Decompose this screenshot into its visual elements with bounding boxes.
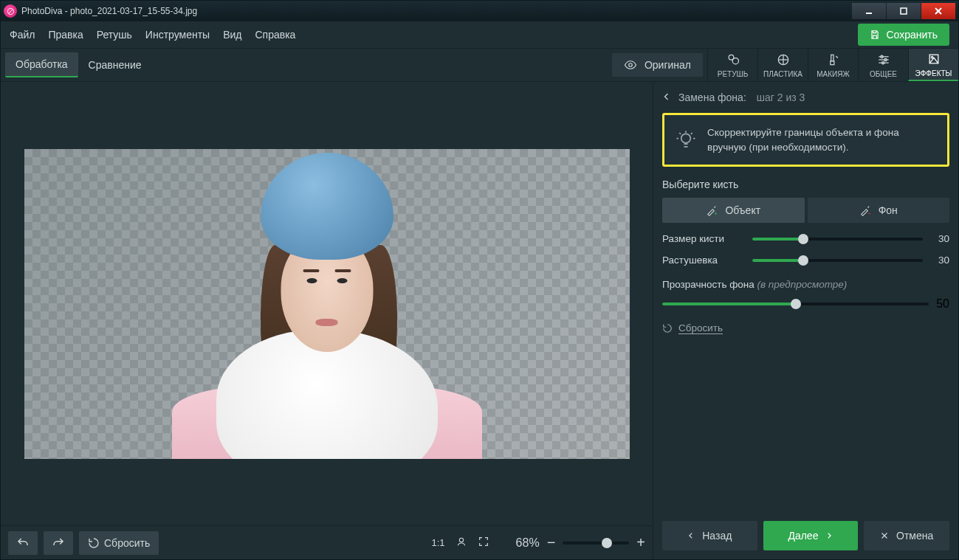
cancel-button[interactable]: Отмена: [864, 521, 949, 550]
brush-background-button[interactable]: − Фон: [808, 198, 950, 223]
feather-slider[interactable]: Растушевка 30: [662, 255, 949, 266]
canvas-area[interactable]: [1, 82, 653, 525]
brush-remove-icon: −: [859, 204, 871, 216]
zoom-out-button[interactable]: −: [547, 534, 556, 551]
tool-tab-effects[interactable]: ЭФФЕКТЫ: [908, 49, 958, 81]
opacity-slider[interactable]: 50: [662, 297, 949, 311]
brush-add-icon: +: [706, 204, 718, 216]
zoom-value: 68%: [516, 536, 540, 550]
reset-button[interactable]: Сбросить: [79, 531, 159, 555]
scale-label[interactable]: 1:1: [432, 537, 445, 548]
sliders-icon: [876, 52, 891, 67]
side-panel: Замена фона:шаг 2 из 3 Скорректируйте гр…: [653, 82, 958, 559]
fit-screen-icon[interactable]: [478, 536, 489, 550]
status-bar: Сбросить 1:1 68% − +: [1, 525, 653, 559]
window-title: PhotoDiva - photo_2021-03-17_15-55-34.jp…: [21, 6, 851, 16]
tool-tab-makeup[interactable]: МАКИЯЖ: [808, 49, 858, 81]
chevron-left-icon: [687, 531, 695, 540]
svg-point-8: [732, 58, 738, 63]
redo-button[interactable]: [44, 531, 73, 555]
reset-icon: [662, 323, 673, 333]
brush-size-slider[interactable]: Размер кисти 30: [662, 233, 949, 244]
app-logo-icon: [4, 4, 17, 18]
breadcrumb: Замена фона:шаг 2 из 3: [662, 82, 949, 113]
photo-preview: [24, 149, 630, 459]
tab-compare[interactable]: Сравнение: [78, 53, 152, 77]
effects-icon: [927, 52, 941, 66]
face-detect-icon[interactable]: [456, 536, 467, 550]
reset-icon: [88, 537, 100, 549]
menu-bar: Файл Правка Ретушь Инструменты Вид Справ…: [1, 21, 958, 48]
svg-rect-12: [831, 55, 833, 61]
svg-point-6: [629, 63, 633, 67]
svg-rect-13: [830, 61, 833, 64]
save-button[interactable]: Сохранить: [858, 24, 949, 46]
menu-tools[interactable]: Инструменты: [145, 29, 210, 41]
svg-rect-3: [901, 8, 907, 14]
undo-button[interactable]: [8, 531, 38, 555]
svg-point-22: [459, 538, 463, 542]
brush-object-button[interactable]: + Объект: [662, 198, 805, 223]
menu-edit[interactable]: Правка: [48, 29, 83, 41]
svg-text:−: −: [867, 210, 870, 216]
tool-tab-retouch[interactable]: РЕТУШЬ: [707, 49, 757, 81]
menu-view[interactable]: Вид: [223, 29, 241, 41]
save-icon: [870, 30, 880, 40]
makeup-icon: [826, 52, 841, 67]
view-original-button[interactable]: Оригинал: [612, 53, 703, 77]
menu-retouch[interactable]: Ретушь: [97, 29, 132, 41]
svg-line-1: [8, 9, 13, 13]
menu-file[interactable]: Файл: [10, 29, 35, 41]
svg-point-23: [681, 134, 691, 143]
back-chevron-icon[interactable]: [662, 91, 671, 104]
window-titlebar: PhotoDiva - photo_2021-03-17_15-55-34.jp…: [1, 1, 958, 21]
back-button[interactable]: Назад: [662, 521, 757, 550]
tab-editing[interactable]: Обработка: [5, 52, 78, 77]
tool-tab-plastic[interactable]: ПЛАСТИКА: [757, 49, 808, 81]
choose-brush-label: Выберите кисть: [662, 179, 949, 190]
retouch-icon: [726, 52, 740, 67]
zoom-in-button[interactable]: +: [636, 534, 645, 551]
plastic-icon: [776, 52, 791, 67]
window-maximize-button[interactable]: [887, 3, 921, 19]
window-close-button[interactable]: [921, 3, 955, 19]
close-icon: [880, 531, 889, 540]
next-button[interactable]: Далее: [763, 521, 859, 550]
tool-tab-general[interactable]: ОБЩЕЕ: [858, 49, 908, 81]
zoom-slider[interactable]: [563, 542, 629, 545]
opacity-label: Прозрачность фона (в предпросмотре): [662, 279, 949, 290]
svg-point-21: [931, 56, 933, 58]
window-minimize-button[interactable]: [852, 3, 886, 19]
toolbar: Обработка Сравнение Оригинал РЕТУШЬ ПЛАС…: [1, 48, 958, 82]
menu-help[interactable]: Справка: [255, 29, 295, 41]
hint-box: Скорректируйте границы объекта и фона вр…: [662, 113, 949, 167]
lightbulb-icon: [675, 129, 697, 151]
svg-text:+: +: [715, 210, 718, 216]
chevron-right-icon: [825, 531, 833, 540]
eye-icon: [624, 58, 637, 72]
reset-link[interactable]: Сбросить: [662, 322, 949, 333]
